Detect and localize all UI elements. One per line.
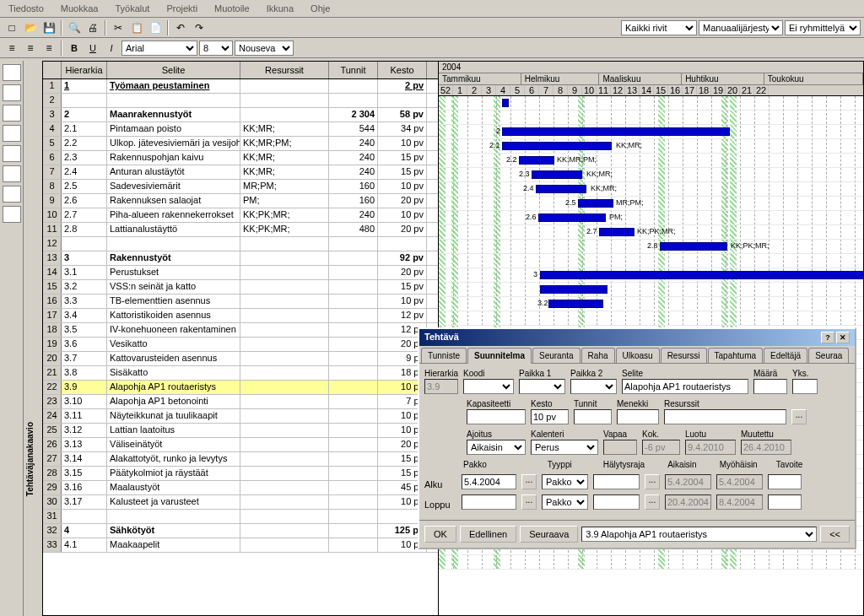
menu-ohje[interactable]: Ohje bbox=[305, 2, 335, 15]
menu-projekti[interactable]: Projekti bbox=[161, 2, 202, 15]
table-row[interactable]: 253.12Lattian laatoitus10 pv bbox=[43, 424, 438, 438]
loppu-date-btn[interactable]: ... bbox=[521, 494, 537, 510]
table-row[interactable]: 293.16Maalaustyöt45 pv bbox=[43, 481, 438, 495]
loppu-tavoite[interactable] bbox=[768, 494, 802, 510]
gantt-row[interactable]: 2.1KK;MR; bbox=[439, 139, 863, 154]
col-kesto[interactable]: Kesto bbox=[378, 62, 427, 78]
table-row[interactable]: 2 bbox=[43, 94, 438, 108]
paikka1-select[interactable] bbox=[519, 379, 565, 394]
loppu-halytys-btn[interactable]: ... bbox=[645, 494, 660, 510]
ok-button[interactable]: OK bbox=[424, 526, 456, 543]
kapasiteetti-input[interactable] bbox=[467, 409, 526, 424]
view-btn-4[interactable] bbox=[3, 125, 21, 142]
tab-tapahtuma[interactable]: Tapahtuma bbox=[708, 348, 763, 363]
gantt-bar[interactable] bbox=[540, 271, 864, 279]
table-row[interactable]: 243.11Näyteikkunat ja tuulikaapit10 pv bbox=[43, 409, 438, 424]
paste-icon[interactable]: 📄 bbox=[147, 19, 164, 36]
table-row[interactable]: 263.13Väliseinätyöt20 pv bbox=[43, 438, 438, 452]
table-row[interactable]: 133Rakennustyöt92 pv bbox=[43, 251, 438, 266]
table-row[interactable]: 324Sähkötyöt125 pv bbox=[43, 524, 438, 538]
alku-input[interactable] bbox=[462, 474, 516, 489]
tab-edeltäjä[interactable]: Edeltäjä bbox=[764, 348, 807, 363]
align-right-icon[interactable]: ≡ bbox=[40, 40, 57, 57]
table-row[interactable]: 42.1Pintamaan poistoKK;MR;54434 pv bbox=[43, 122, 438, 137]
help-icon[interactable]: ? bbox=[821, 332, 834, 343]
tab-tunniste[interactable]: Tunniste bbox=[421, 348, 467, 363]
menu-työkalut[interactable]: Työkalut bbox=[110, 2, 154, 15]
col-resurssit[interactable]: Resurssit bbox=[240, 62, 329, 78]
hierarkia-input[interactable] bbox=[424, 379, 458, 394]
table-row[interactable]: 92.6Rakennuksen salaojatPM;16020 pv bbox=[43, 194, 438, 208]
next-button[interactable]: Seuraava bbox=[520, 526, 578, 543]
koodi-select[interactable] bbox=[463, 379, 514, 394]
gantt-bar[interactable] bbox=[548, 300, 603, 308]
view-btn-6[interactable] bbox=[3, 165, 21, 182]
table-row[interactable]: 223.9Alapohja AP1 routaeristys10 pv bbox=[43, 381, 438, 395]
preview-icon[interactable]: 🔍 bbox=[66, 19, 83, 36]
maara-input[interactable] bbox=[753, 379, 787, 394]
gantt-bar[interactable] bbox=[578, 199, 613, 208]
italic-icon[interactable]: I bbox=[103, 40, 120, 57]
paikka2-select[interactable] bbox=[570, 379, 617, 394]
tab-resurssi[interactable]: Resurssi bbox=[661, 348, 707, 363]
view-btn-7[interactable] bbox=[3, 186, 21, 203]
table-row[interactable]: 303.17Kalusteet ja varusteet10 pv bbox=[43, 495, 438, 510]
table-row[interactable]: 203.7Kattovarusteiden asennus9 pv bbox=[43, 352, 438, 366]
rows-filter-select[interactable]: Kaikki rivit bbox=[621, 20, 697, 35]
menekki-input[interactable] bbox=[617, 409, 659, 424]
table-row[interactable]: 153.2VSS:n seinät ja katto15 pv bbox=[43, 280, 438, 294]
sort-select[interactable]: Nouseva bbox=[235, 41, 294, 56]
gantt-row[interactable]: 3 bbox=[439, 268, 863, 283]
menu-ikkuna[interactable]: Ikkuna bbox=[262, 2, 299, 15]
prev-button[interactable]: Edellinen bbox=[460, 526, 516, 543]
table-row[interactable]: 31 bbox=[43, 510, 438, 524]
table-row[interactable]: 52.2Ulkop. jätevesiviemäri ja vesijohtoK… bbox=[43, 137, 438, 151]
alku-halytys-btn[interactable]: ... bbox=[645, 474, 660, 489]
alku-date-btn[interactable]: ... bbox=[521, 474, 537, 489]
table-row[interactable]: 213.8Sisäkatto18 pv bbox=[43, 366, 438, 381]
tab-raha[interactable]: Raha bbox=[581, 348, 615, 363]
gantt-row[interactable]: 3.2 bbox=[439, 297, 863, 311]
table-row[interactable]: 283.15Päätykolmiot ja räystäät15 pv bbox=[43, 467, 438, 481]
table-row[interactable]: 334.1Maakaapelit10 pv bbox=[43, 538, 438, 553]
table-row[interactable]: 12 bbox=[43, 237, 438, 251]
view-btn-5[interactable] bbox=[3, 145, 21, 162]
gantt-bar[interactable] bbox=[502, 99, 509, 107]
view-btn-2[interactable] bbox=[3, 84, 21, 101]
tab-seuraa[interactable]: Seuraa bbox=[808, 348, 849, 363]
table-row[interactable]: 183.5IV-konehuoneen rakentaminen12 pv bbox=[43, 323, 438, 338]
loppu-input[interactable] bbox=[462, 494, 516, 510]
gantt-bar[interactable] bbox=[502, 127, 730, 136]
view-btn-3[interactable] bbox=[3, 105, 21, 122]
undo-icon[interactable]: ↶ bbox=[172, 19, 189, 36]
resurssit-more-btn[interactable]: ... bbox=[791, 409, 807, 424]
table-row[interactable]: 273.14Alakattotyöt, runko ja levytys15 p… bbox=[43, 452, 438, 467]
selite-input[interactable] bbox=[622, 379, 748, 394]
gantt-row[interactable] bbox=[439, 555, 863, 570]
gantt-row[interactable]: 2 bbox=[439, 125, 863, 139]
gantt-bar[interactable] bbox=[540, 285, 608, 294]
gantt-bar[interactable] bbox=[532, 170, 582, 179]
bold-icon[interactable]: B bbox=[66, 40, 83, 57]
gantt-row[interactable]: 2.5MR;PM; bbox=[439, 197, 863, 211]
gantt-bar[interactable] bbox=[536, 185, 586, 193]
tab-ulkoasu[interactable]: Ulkoasu bbox=[616, 348, 660, 363]
order-select[interactable]: Manuaalijärjesty bbox=[699, 20, 783, 35]
yks-input[interactable] bbox=[792, 379, 818, 394]
close-icon[interactable]: ✕ bbox=[836, 332, 850, 343]
table-row[interactable]: 11Työmaan peustaminen2 pv bbox=[43, 79, 438, 94]
view-btn-8[interactable] bbox=[3, 206, 21, 223]
kesto-input[interactable] bbox=[531, 409, 569, 424]
col-selite[interactable]: Selite bbox=[107, 62, 240, 78]
table-row[interactable]: 233.10Alapohja AP1 betonointi7 pv bbox=[43, 395, 438, 409]
gantt-row[interactable] bbox=[439, 254, 863, 268]
gantt-row[interactable]: 2.7KK;PK;MR; bbox=[439, 225, 863, 240]
gantt-row[interactable]: 2.8KK;PK;MR; bbox=[439, 240, 863, 254]
table-row[interactable]: 173.4Kattoristikoiden asennus12 pv bbox=[43, 309, 438, 323]
print-icon[interactable]: 🖨 bbox=[84, 19, 101, 36]
align-left-icon[interactable]: ≡ bbox=[3, 40, 20, 57]
gantt-bar[interactable] bbox=[502, 142, 612, 150]
kalenteri-select[interactable]: Perus bbox=[531, 440, 598, 455]
tunnit-input[interactable] bbox=[574, 409, 612, 424]
table-row[interactable]: 72.4Anturan alustäytötKK;MR;24015 pv bbox=[43, 165, 438, 180]
